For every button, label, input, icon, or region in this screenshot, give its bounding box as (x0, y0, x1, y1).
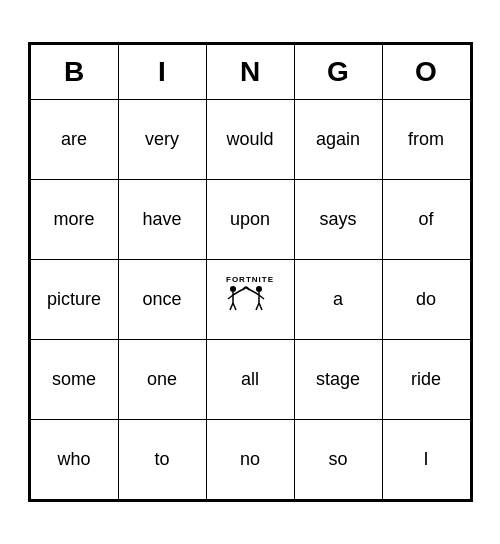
cell-r1c4: again (294, 100, 382, 180)
cell-r2c4: says (294, 180, 382, 260)
cell-r5c4: so (294, 420, 382, 500)
header-b: B (30, 45, 118, 100)
cell-r4c3: all (206, 340, 294, 420)
cell-r3c2: once (118, 260, 206, 340)
cell-r2c2: have (118, 180, 206, 260)
header-row: B I N G O (30, 45, 470, 100)
cell-r2c5: of (382, 180, 470, 260)
table-row: more have upon says of (30, 180, 470, 260)
table-row: are very would again from (30, 100, 470, 180)
svg-point-1 (230, 286, 236, 292)
cell-r5c1: who (30, 420, 118, 500)
header-i: I (118, 45, 206, 100)
cell-r3c4: a (294, 260, 382, 340)
svg-line-14 (256, 303, 259, 310)
svg-line-15 (245, 287, 254, 292)
header-n: N (206, 45, 294, 100)
header-g: G (294, 45, 382, 100)
cell-r1c2: very (118, 100, 206, 180)
svg-line-16 (243, 287, 245, 290)
cell-r5c5: I (382, 420, 470, 500)
cell-r4c2: one (118, 340, 206, 420)
svg-text:FORTNITE: FORTNITE (226, 275, 274, 284)
svg-line-13 (259, 303, 262, 310)
cell-r3c5: do (382, 260, 470, 340)
table-row: picture once FORTNITE (30, 260, 470, 340)
fortnite-icon: FORTNITE (215, 270, 285, 325)
cell-r3c1: picture (30, 260, 118, 340)
svg-line-6 (233, 303, 236, 310)
cell-r4c4: stage (294, 340, 382, 420)
bingo-card: B I N G O are very would again from more… (28, 42, 473, 502)
header-o: O (382, 45, 470, 100)
bingo-table: B I N G O are very would again from more… (30, 44, 471, 500)
cell-r1c1: are (30, 100, 118, 180)
svg-line-5 (230, 303, 233, 310)
cell-r2c1: more (30, 180, 118, 260)
cell-r4c5: ride (382, 340, 470, 420)
cell-r5c3: no (206, 420, 294, 500)
cell-r5c2: to (118, 420, 206, 500)
cell-r1c3: would (206, 100, 294, 180)
cell-r1c5: from (382, 100, 470, 180)
table-row: who to no so I (30, 420, 470, 500)
cell-r3c3-fortnite: FORTNITE (206, 260, 294, 340)
svg-point-9 (256, 286, 262, 292)
table-row: some one all stage ride (30, 340, 470, 420)
cell-r4c1: some (30, 340, 118, 420)
cell-r2c3: upon (206, 180, 294, 260)
